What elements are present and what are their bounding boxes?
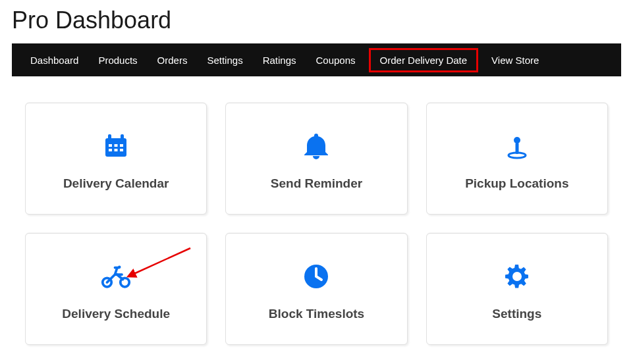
tab-ratings[interactable]: Ratings [256, 49, 303, 71]
gear-icon [501, 257, 533, 296]
svg-rect-0 [105, 138, 126, 157]
card-delivery-calendar[interactable]: Delivery Calendar [25, 103, 207, 215]
svg-rect-8 [120, 149, 123, 151]
card-label: Delivery Schedule [62, 307, 170, 321]
tab-bar: Dashboard Products Orders Settings Ratin… [12, 43, 621, 76]
svg-rect-1 [108, 134, 111, 141]
tab-orders[interactable]: Orders [151, 49, 194, 71]
svg-rect-3 [109, 144, 112, 147]
tab-coupons[interactable]: Coupons [310, 49, 362, 71]
annotation-arrow-icon [124, 243, 197, 282]
card-label: Settings [492, 307, 541, 321]
card-send-reminder[interactable]: Send Reminder [225, 103, 407, 215]
tab-dashboard[interactable]: Dashboard [24, 49, 85, 71]
svg-rect-7 [115, 149, 118, 151]
card-label: Send Reminder [271, 176, 362, 191]
tab-view-store[interactable]: View Store [485, 49, 545, 71]
card-pickup-locations[interactable]: Pickup Locations [426, 103, 608, 215]
svg-rect-4 [115, 144, 118, 147]
card-settings[interactable]: Settings [426, 233, 608, 345]
calendar-icon [100, 126, 132, 166]
card-delivery-schedule[interactable]: Delivery Schedule [25, 233, 207, 345]
card-label: Delivery Calendar [63, 176, 169, 191]
svg-rect-6 [109, 149, 112, 151]
tab-products[interactable]: Products [92, 49, 144, 71]
map-pin-icon [501, 126, 533, 166]
bell-icon [300, 126, 332, 166]
svg-rect-11 [515, 142, 518, 154]
svg-line-15 [132, 248, 190, 274]
svg-rect-2 [121, 134, 124, 141]
page-title: Pro Dashboard [0, 0, 633, 43]
cards-grid: Delivery Calendar Send Reminder Pickup L… [0, 76, 633, 358]
card-block-timeslots[interactable]: Block Timeslots [225, 233, 407, 345]
clock-icon [300, 257, 332, 296]
bicycle-icon [100, 257, 132, 296]
tab-settings[interactable]: Settings [200, 49, 249, 71]
svg-point-14 [118, 266, 121, 269]
svg-rect-5 [120, 144, 123, 147]
card-label: Pickup Locations [465, 176, 568, 191]
tab-order-delivery-date[interactable]: Order Delivery Date [369, 48, 479, 72]
card-label: Block Timeslots [269, 307, 364, 321]
